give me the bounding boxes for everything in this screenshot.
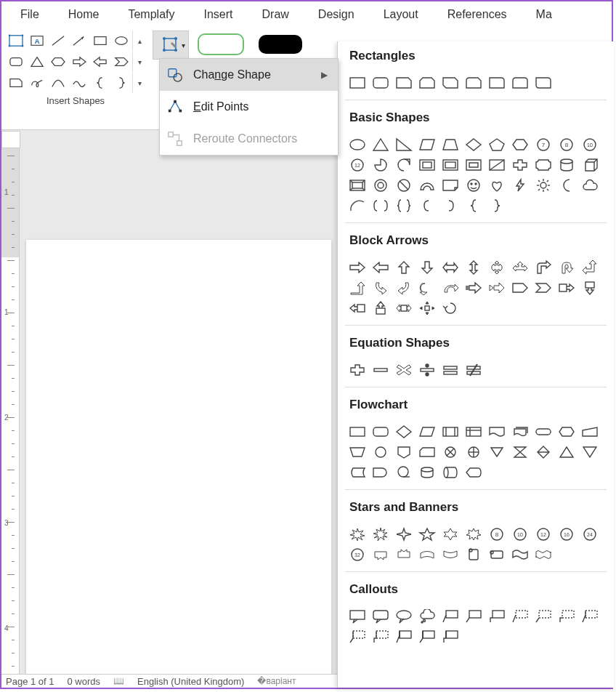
basic-octagon[interactable]: 8 xyxy=(557,137,576,153)
arrow-bent-up[interactable] xyxy=(348,280,367,296)
eq-equal[interactable] xyxy=(441,362,460,378)
flow-internal[interactable] xyxy=(464,424,483,440)
basic-plus[interactable] xyxy=(511,157,530,173)
callout-cloud[interactable] xyxy=(418,608,437,624)
arrow-quad[interactable] xyxy=(487,260,506,275)
basic-right-bracket[interactable] xyxy=(441,198,460,214)
basic-dodecagon[interactable]: 12 xyxy=(348,157,367,173)
star-explosion2[interactable] xyxy=(371,526,390,542)
gallery-down[interactable]: ▾ xyxy=(132,52,146,72)
arrow-striped[interactable] xyxy=(464,280,483,296)
ribbon-curved-down[interactable] xyxy=(441,547,460,563)
callout-bar2[interactable] xyxy=(418,629,437,645)
document-page[interactable] xyxy=(26,240,331,675)
arrow-uturn[interactable] xyxy=(557,260,576,275)
style-preview-2[interactable] xyxy=(259,35,302,54)
basic-plaque[interactable] xyxy=(534,157,553,173)
arrow-updown[interactable] xyxy=(464,260,483,275)
shape-snip-rect[interactable] xyxy=(6,73,26,93)
arrow-callout-down[interactable] xyxy=(580,280,599,296)
shape-rect[interactable] xyxy=(90,31,110,51)
arrow-leftright[interactable] xyxy=(441,260,460,275)
shape-textbox-A[interactable]: A xyxy=(27,31,47,51)
basic-frame[interactable] xyxy=(418,157,437,173)
double-wave[interactable] xyxy=(534,547,553,563)
wave[interactable] xyxy=(511,547,530,563)
tab-references[interactable]: References xyxy=(433,4,522,25)
gallery-up[interactable]: ▴ xyxy=(132,31,146,51)
arrow-chevron[interactable] xyxy=(534,280,553,296)
rect-snip2[interactable] xyxy=(418,75,437,91)
callout-accent1[interactable] xyxy=(511,608,530,624)
star-10pt[interactable]: 10 xyxy=(511,526,530,542)
basic-half-frame[interactable] xyxy=(441,157,460,173)
arrow-curved-right[interactable] xyxy=(371,280,390,296)
callout-border2[interactable] xyxy=(348,629,367,645)
basic-sun[interactable] xyxy=(534,177,553,193)
callout-roundrect[interactable] xyxy=(371,608,390,624)
star-explosion1[interactable] xyxy=(348,526,367,542)
spellcheck-icon[interactable]: 📖 xyxy=(113,676,124,686)
callout-accent3[interactable] xyxy=(557,608,576,624)
scroll-horizontal[interactable] xyxy=(487,547,506,563)
tab-home[interactable]: Home xyxy=(54,4,114,25)
arrow-callout-quad[interactable] xyxy=(418,300,437,316)
flow-direct-access[interactable] xyxy=(441,464,460,480)
arrow-tri[interactable] xyxy=(511,260,530,275)
star-4pt[interactable] xyxy=(394,526,413,542)
status-words[interactable]: 0 words xyxy=(68,676,101,687)
star-12pt[interactable]: 12 xyxy=(534,526,553,542)
ribbon-down[interactable] xyxy=(394,547,413,563)
rect-snip-round[interactable] xyxy=(464,75,483,91)
arrow-right[interactable] xyxy=(348,260,367,275)
flow-connector[interactable] xyxy=(371,444,390,460)
basic-moon[interactable] xyxy=(557,177,576,193)
basic-left-bracket[interactable] xyxy=(418,198,437,214)
eq-minus[interactable] xyxy=(371,362,390,378)
callout-border3[interactable] xyxy=(371,629,390,645)
arrow-notched[interactable] xyxy=(487,280,506,296)
shape-oval[interactable] xyxy=(111,31,131,51)
status-page[interactable]: Page 1 of 1 xyxy=(6,676,54,687)
arrow-callout-left[interactable] xyxy=(348,300,367,316)
menu-change-shape[interactable]: Change Shape ▶ xyxy=(160,59,338,91)
basic-arc[interactable] xyxy=(348,198,367,214)
basic-can[interactable] xyxy=(557,157,576,173)
shape-chevron[interactable] xyxy=(111,52,131,72)
arrow-callout-right[interactable] xyxy=(557,280,576,296)
basic-no[interactable] xyxy=(394,177,413,193)
basic-triangle[interactable] xyxy=(371,137,390,153)
status-lang[interactable]: English (United Kingdom) xyxy=(137,676,244,687)
rect-round-diag[interactable] xyxy=(534,75,553,91)
flow-alt[interactable] xyxy=(371,424,390,440)
basic-heptagon[interactable]: 7 xyxy=(534,137,553,153)
flow-merge[interactable] xyxy=(580,444,599,460)
arrow-curved-left[interactable] xyxy=(394,280,413,296)
shape-brace-left[interactable] xyxy=(90,73,110,93)
basic-smiley[interactable] xyxy=(464,177,483,193)
flow-document[interactable] xyxy=(487,424,506,440)
shape-textbox-select[interactable] xyxy=(6,31,26,51)
flow-sum[interactable] xyxy=(464,444,483,460)
shape-loop[interactable] xyxy=(27,73,47,93)
callout-line1[interactable] xyxy=(441,608,460,624)
flow-terminator[interactable] xyxy=(534,424,553,440)
rect-rounded[interactable] xyxy=(371,75,390,91)
star-5pt[interactable] xyxy=(418,526,437,542)
arrow-left-up[interactable] xyxy=(580,260,599,275)
flow-collate[interactable] xyxy=(511,444,530,460)
shape-triangle[interactable] xyxy=(27,52,47,72)
basic-double-bracket[interactable] xyxy=(371,198,390,214)
arrow-left[interactable] xyxy=(371,260,390,275)
flow-stored[interactable] xyxy=(348,464,367,480)
callout-bar1[interactable] xyxy=(394,629,413,645)
accessibility-icon[interactable]: �варіант xyxy=(257,676,296,686)
tab-layout[interactable]: Layout xyxy=(369,4,433,25)
basic-heart[interactable] xyxy=(487,177,506,193)
shape-roundrect[interactable] xyxy=(6,52,26,72)
callout-oval[interactable] xyxy=(394,608,413,624)
menu-edit-points[interactable]: Edit Points xyxy=(160,91,338,123)
callout-accent2[interactable] xyxy=(534,608,553,624)
star-32pt[interactable]: 32 xyxy=(348,547,367,563)
arrow-callout-leftright[interactable] xyxy=(394,300,413,316)
